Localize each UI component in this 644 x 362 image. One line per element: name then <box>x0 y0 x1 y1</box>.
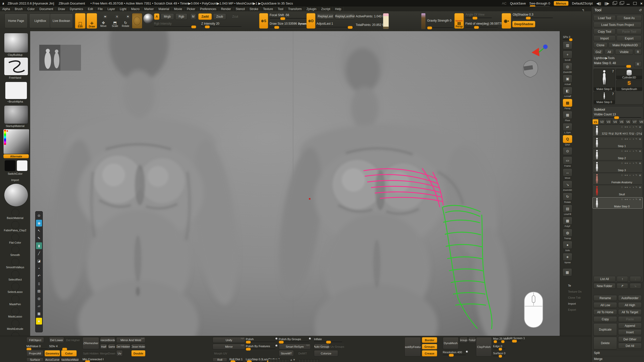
menu-item[interactable]: Draw <box>56 7 67 11</box>
rotate-button[interactable]: R ↻Rotate <box>121 14 130 28</box>
mirror-button[interactable]: Mirrorxyz <box>213 344 245 349</box>
polish-by-groups-handle[interactable] <box>279 341 284 344</box>
menu-item[interactable]: Color <box>25 7 37 11</box>
new-folder-button[interactable]: New Folder <box>593 283 616 289</box>
lazy-step-handle[interactable] <box>247 360 252 362</box>
auto-reorder-button[interactable]: AutoReorder <box>618 295 642 301</box>
merge-down-button[interactable]: MergeDown <box>100 350 115 356</box>
move-up-button[interactable]: ↑ <box>617 276 628 282</box>
polish-by-features-slider[interactable]: Polish By Features <box>246 345 270 348</box>
all-to-home-button[interactable]: All To Home <box>593 309 617 315</box>
shelf-item-thumb[interactable] <box>11 320 19 328</box>
version-tab[interactable]: V5 <box>619 119 625 124</box>
subtool-row[interactable]: ⇩ ●● ◐ ◑ ✎ ◉ 12강 여성 3단계 바디 각상 - [가슴] <box>592 125 643 136</box>
make-step-track[interactable] <box>594 66 632 67</box>
texture-import-label[interactable]: Import <box>568 302 591 305</box>
version-tab[interactable]: V2 <box>599 119 605 124</box>
annotation-tool-icon[interactable]: ◉ <box>36 220 42 227</box>
menu-item[interactable]: Texture <box>261 7 275 11</box>
spix-track[interactable] <box>562 39 573 40</box>
annotation-tool-icon[interactable]: ▱ <box>36 303 42 309</box>
menu-item[interactable]: Alpha <box>0 7 13 11</box>
menu-item[interactable]: Brush <box>13 7 25 11</box>
visible-count-slider[interactable]: Visible Count 13 <box>594 113 616 116</box>
color-picker[interactable] <box>3 129 29 154</box>
copy-tool-button[interactable]: Copy Tool <box>593 29 616 34</box>
alternate-button[interactable]: Alternate <box>3 154 29 158</box>
spix-slider[interactable]: SPix 3 <box>563 36 591 38</box>
fill-object-button[interactable]: FillObject <box>26 337 44 343</box>
polish-handle[interactable] <box>246 341 251 344</box>
annotation-tool-icon[interactable]: ▦ <box>36 310 42 317</box>
polish-by-features-dot[interactable] <box>275 345 277 347</box>
annotation-tool-icon[interactable]: ╱ <box>36 250 42 257</box>
menu-item[interactable]: Picker <box>185 7 198 11</box>
fov-slider[interactable]: Field of view(deg) 39.59775 <box>465 22 503 25</box>
default-zscript-button[interactable]: DefaultZScript <box>572 2 593 5</box>
freehand-stroke-thumb[interactable] <box>4 57 28 75</box>
menu-item[interactable]: Document <box>37 7 56 11</box>
subtool-row-icons[interactable]: ⇩ ●● ◐ ◑ ✎ ◉ <box>621 198 641 201</box>
z-intensity-track[interactable] <box>201 26 242 27</box>
dynamesh-polish-button[interactable]: Polish <box>468 337 476 343</box>
version-tab[interactable]: V4 <box>612 119 618 124</box>
second-tool-thumb[interactable]: 7 Make Step 0 <box>593 92 615 104</box>
quicksave-button[interactable]: QuickSave <box>510 2 526 5</box>
subtool-row[interactable]: ⇩ ●● ◐ ◑ ✎ ◉ Step 1 <box>592 137 643 148</box>
paste-button[interactable]: Paste <box>618 316 642 322</box>
annotation-tool-icon[interactable]: ▯ <box>36 280 42 287</box>
menu-item[interactable]: File <box>96 7 105 11</box>
list-all-button[interactable]: List All <box>593 276 616 282</box>
mid-value-track[interactable] <box>26 349 48 349</box>
surface-button[interactable]: Surface <box>26 358 44 362</box>
live-boolean-button[interactable]: Live Boolean <box>50 14 73 28</box>
max-min-sliders[interactable]: Max 25 Min <box>493 337 508 340</box>
clone-txtr-label[interactable]: Clone Txtr <box>568 296 591 299</box>
polish-mode-dot[interactable] <box>275 338 277 340</box>
subtool-row[interactable]: ⇩ ●● ◐ ◑ ✎ ◉ Skull <box>592 185 643 197</box>
menu-item[interactable]: Stroke <box>247 7 261 11</box>
shelf-toggle-button[interactable]: ● <box>563 241 572 249</box>
del-lower-button[interactable]: Del Lower <box>49 337 64 343</box>
replay-last-button[interactable]: ReplayLast <box>316 13 334 19</box>
annotation-tool-icon[interactable]: ⊙ <box>36 212 42 219</box>
geometry-button[interactable]: Geometry <box>45 350 60 356</box>
movie-camera-button[interactable]: ◉▪ <box>502 13 511 29</box>
gravity-strength-slider[interactable]: Gravity Strength 0 <box>427 19 452 22</box>
menus-button[interactable]: Menus <box>554 1 569 6</box>
texture-export-label[interactable]: Export <box>568 308 591 311</box>
shelf-item-thumb[interactable] <box>11 209 19 217</box>
smart-resym-button[interactable]: Smart ReSymxyz <box>279 344 311 349</box>
shelf-item-thumb[interactable] <box>11 221 19 229</box>
annotation-tool-icon[interactable]: ▤ <box>36 288 42 294</box>
deep-shadow-button[interactable]: DeepShadow <box>512 21 535 27</box>
dynamesh-groups-button[interactable]: Groups <box>460 337 468 343</box>
draw-size-slider[interactable]: Draw Size 10.53596 <box>270 22 297 25</box>
shelf-toggle-button[interactable]: ↔ <box>563 168 572 176</box>
annotation-tool-icon[interactable]: ↶ <box>36 273 42 279</box>
shelf-item-thumb[interactable] <box>11 283 19 291</box>
polish-by-features-handle[interactable] <box>246 348 251 351</box>
clone-button[interactable]: Clone <box>593 42 608 48</box>
cylinder3d-thumb[interactable]: Cylinder3D <box>616 69 642 79</box>
polish-slider[interactable]: Polish <box>246 338 254 341</box>
z-intensity-slider[interactable]: Z Intensity 20 <box>201 22 219 25</box>
shelf-toggle-button[interactable]: ⇌ <box>563 123 572 131</box>
menu-item[interactable]: Light <box>117 7 129 11</box>
draw-size-handle[interactable] <box>274 26 279 29</box>
shelf-toggle-button[interactable]: ▩ <box>563 217 572 225</box>
version-tab[interactable]: V8 <box>638 119 644 124</box>
make-step-slider[interactable]: Make Step 0. 48 <box>594 61 616 65</box>
polish-by-groups-dot[interactable] <box>309 338 311 340</box>
panel-collapse-icon[interactable]: ↰ <box>582 9 584 12</box>
goz-button[interactable]: GoZ <box>593 49 603 55</box>
menu-item[interactable]: Help <box>333 7 344 11</box>
subtool-row-icons[interactable]: ⇩ ●● ◐ ◑ ✎ ◉ <box>621 174 641 176</box>
split-section[interactable]: Split <box>591 350 644 356</box>
rename-button[interactable]: Rename <box>593 295 617 301</box>
backface-mask-button[interactable]: BackfaceMask <box>61 358 79 362</box>
rgb-intensity-track[interactable] <box>154 26 196 27</box>
save-as-button[interactable]: Save As <box>617 15 642 21</box>
see-through-slider[interactable]: See-through 0 <box>529 2 550 5</box>
roll-button[interactable]: Roll <box>213 358 227 362</box>
